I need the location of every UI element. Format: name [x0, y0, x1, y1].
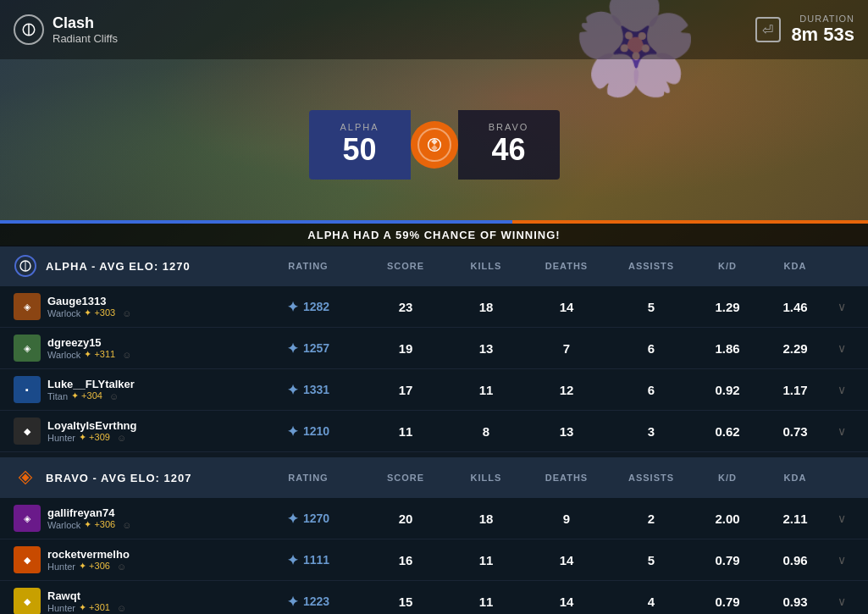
player-info: ◆ LoyaltyIsEvrthng Hunter ✦ +309 ☺	[14, 418, 253, 445]
bravo-col-header-kda: KDA	[761, 473, 829, 483]
player-avatar: ▪	[14, 376, 41, 403]
player-rating: ✦ 1270	[253, 511, 363, 527]
rating-value: 1257	[303, 341, 329, 355]
player-assists: 3	[609, 424, 694, 439]
player-kda: 0.96	[761, 553, 829, 567]
bravo-col-header-kd: K/D	[694, 473, 761, 483]
player-kills: 11	[448, 383, 524, 397]
class-name: Titan	[47, 391, 68, 401]
report-icon[interactable]: ☺	[122, 350, 131, 360]
player-kd: 0.79	[694, 553, 761, 567]
player-name: Gauge1313	[47, 295, 131, 307]
player-info: ◆ Rawqt Hunter ✦ +301 ☺	[14, 588, 253, 614]
report-icon[interactable]: ☺	[117, 433, 126, 443]
vs-icon-inner	[417, 128, 451, 162]
player-class: Warlock ✦ +306 ☺	[47, 519, 131, 530]
player-details: rocketvermelho Hunter ✦ +306 ☺	[47, 548, 130, 572]
player-class: Hunter ✦ +306 ☺	[47, 561, 130, 572]
col-header-kda: KDA	[761, 261, 829, 271]
player-deaths: 14	[524, 595, 609, 609]
col-header-assists: ASSISTS	[609, 261, 694, 271]
player-rating: ✦ 1257	[253, 340, 363, 357]
player-assists: 4	[609, 595, 694, 609]
expand-button[interactable]: ∨	[829, 512, 854, 525]
player-row[interactable]: ◆ rocketvermelho Hunter ✦ +306 ☺ ✦ 1111 …	[0, 539, 868, 581]
player-assists: 2	[609, 512, 694, 526]
player-row[interactable]: ▪ Luke__FLYtalker Titan ✦ +304 ☺ ✦ 1331 …	[0, 369, 868, 411]
player-name: Luke__FLYtalker	[47, 378, 135, 390]
score-panel: ALPHA 50 BRAVO 46	[309, 110, 560, 180]
rating-icon: ✦	[287, 382, 298, 398]
map-name: Radiant Cliffs	[53, 32, 118, 45]
class-name: Hunter	[47, 433, 75, 443]
player-row[interactable]: ◆ Rawqt Hunter ✦ +301 ☺ ✦ 1223 15 11 14 …	[0, 581, 868, 614]
player-name: rocketvermelho	[47, 548, 130, 561]
player-avatar: ◆	[14, 546, 41, 573]
player-assists: 5	[609, 553, 694, 567]
player-details: gallifreyan74 Warlock ✦ +306 ☺	[47, 506, 131, 530]
player-class: Warlock ✦ +311 ☺	[47, 349, 131, 360]
rating-icon: ✦	[287, 511, 298, 527]
header-right: ⏎ DURATION 8m 53s	[755, 14, 854, 46]
player-row[interactable]: ◈ Gauge1313 Warlock ✦ +303 ☺ ✦ 1282 23 1…	[0, 286, 868, 328]
rating-icon: ✦	[287, 423, 298, 440]
expand-button[interactable]: ∨	[829, 341, 854, 355]
player-score: 16	[363, 553, 448, 567]
col-header-rating: RATING	[253, 261, 363, 271]
bravo-score-panel: BRAVO 46	[458, 110, 560, 180]
report-icon[interactable]: ☺	[117, 603, 126, 613]
player-kills: 18	[448, 300, 524, 314]
alpha-team-name: ALPHA - AVG ELO: 1270	[46, 260, 253, 273]
main-content: ALPHA - AVG ELO: 1270 RATING SCORE KILLS…	[0, 246, 868, 614]
col-header-score: SCORE	[363, 261, 448, 271]
player-info: ◈ gallifreyan74 Warlock ✦ +306 ☺	[14, 505, 253, 532]
rating-value: 1270	[303, 512, 329, 525]
report-icon[interactable]: ☺	[122, 520, 131, 530]
elo-gain: ✦ +311	[84, 349, 115, 360]
player-score: 17	[363, 383, 448, 397]
player-deaths: 12	[524, 383, 609, 397]
player-row[interactable]: ◆ LoyaltyIsEvrthng Hunter ✦ +309 ☺ ✦ 121…	[0, 411, 868, 452]
expand-button[interactable]: ∨	[829, 424, 854, 438]
player-kd: 1.86	[694, 341, 761, 356]
bravo-score: 46	[482, 132, 536, 168]
player-details: Gauge1313 Warlock ✦ +303 ☺	[47, 295, 131, 318]
header: Clash Radiant Cliffs ⏎ DURATION 8m 53s	[0, 0, 868, 59]
expand-button[interactable]: ∨	[829, 553, 854, 567]
player-deaths: 13	[524, 424, 609, 439]
bravo-col-header-rating: RATING	[253, 473, 363, 483]
elo-gain: ✦ +306	[84, 519, 115, 530]
bravo-team-icon	[14, 466, 37, 490]
player-rating: ✦ 1111	[253, 552, 363, 568]
player-avatar: ◆	[14, 418, 41, 445]
player-rating: ✦ 1282	[253, 299, 363, 315]
report-icon[interactable]: ☺	[109, 391, 119, 401]
expand-button[interactable]: ∨	[829, 383, 854, 396]
player-name: dgreezy15	[47, 336, 131, 349]
expand-button[interactable]: ∨	[829, 595, 854, 608]
player-name: gallifreyan74	[47, 506, 131, 519]
col-header-kills: KILLS	[448, 261, 524, 271]
player-details: Rawqt Hunter ✦ +301 ☺	[47, 589, 126, 613]
player-kd: 1.29	[694, 300, 761, 314]
bravo-team-name: BRAVO - AVG ELO: 1207	[46, 472, 253, 484]
expand-button[interactable]: ∨	[829, 300, 854, 313]
report-icon[interactable]: ☺	[117, 561, 126, 572]
player-avatar: ◆	[14, 588, 41, 614]
player-info: ▪ Luke__FLYtalker Titan ✦ +304 ☺	[14, 376, 253, 403]
class-name: Warlock	[47, 350, 80, 360]
player-kills: 13	[448, 341, 524, 356]
player-kda: 0.93	[761, 595, 829, 609]
report-icon[interactable]: ☺	[122, 308, 131, 318]
alpha-score-panel: ALPHA 50	[309, 110, 411, 180]
player-row[interactable]: ◈ dgreezy15 Warlock ✦ +311 ☺ ✦ 1257 19 1…	[0, 328, 868, 369]
player-rating: ✦ 1210	[253, 423, 363, 440]
player-kd: 0.62	[694, 424, 761, 439]
player-rating: ✦ 1331	[253, 382, 363, 398]
rating-icon: ✦	[287, 299, 298, 315]
player-details: LoyaltyIsEvrthng Hunter ✦ +309 ☺	[47, 419, 136, 443]
game-mode: Clash	[53, 14, 118, 32]
rating-icon: ✦	[287, 594, 298, 610]
bravo-col-header-kills: KILLS	[448, 473, 524, 483]
player-row[interactable]: ◈ gallifreyan74 Warlock ✦ +306 ☺ ✦ 1270 …	[0, 498, 868, 539]
